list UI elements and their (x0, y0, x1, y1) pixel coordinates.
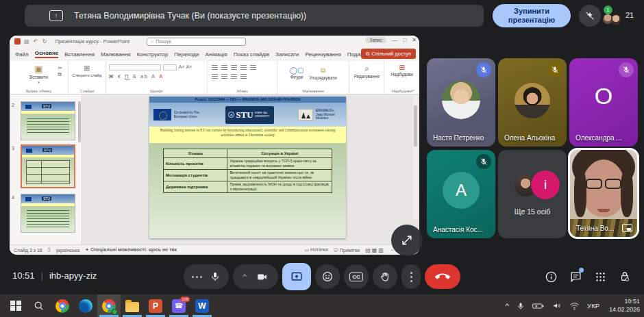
cut-copy-icons[interactable]: ✂⧉ (58, 65, 62, 78)
pip-icon[interactable] (622, 224, 632, 232)
more-icon (410, 272, 412, 282)
tray-mic-icon[interactable] (517, 301, 525, 311)
stop-presentation-button[interactable]: Зупинитипрезентацію (493, 4, 571, 27)
taskbar-file-explorer[interactable] (121, 294, 144, 317)
expand-presentation-button[interactable] (391, 225, 423, 256)
window-title: Презентація курсу - PowerPoint (55, 38, 129, 45)
tab-record[interactable]: Записати (275, 51, 299, 58)
editing-button[interactable]: ⌕ Редагування (349, 61, 384, 79)
tray-wifi-icon[interactable] (569, 302, 580, 310)
comments-button[interactable]: 🗩 Примітки (334, 248, 360, 253)
tile-anastasia[interactable]: A Анастасія Кос... (427, 150, 495, 238)
slide-indicator: Слайд 3 з 18 (14, 248, 42, 253)
tile-tetyana-self-video[interactable]: Тетяна Во... (568, 148, 639, 239)
tab-slideshow[interactable]: Показ слайдів (234, 51, 269, 58)
mic-options-icon[interactable] (192, 276, 202, 278)
quick-access-toolbar[interactable]: ▤ ↶ ↻ (24, 38, 48, 45)
tile-nastya[interactable]: Настя Петренко (427, 58, 495, 147)
ribbon-group-drawing: ◯▢ Фігури ⧉ Упорядкувати Малювання (277, 61, 350, 94)
table-row: Державна підтримка Пряма зацікавленість … (164, 181, 332, 193)
effects-off-button[interactable] (579, 5, 601, 27)
tab-review[interactable]: Рецензування (306, 51, 341, 58)
taskbar-viber[interactable]: ☎108 (167, 294, 190, 317)
more-options-button[interactable] (401, 264, 421, 289)
taskbar-powerpoint[interactable]: P (144, 294, 167, 317)
tray-speaker-icon[interactable] (552, 301, 562, 310)
tray-expand-chevron[interactable]: ^ (505, 302, 509, 309)
view-buttons[interactable]: ▤▦▥ (365, 247, 385, 253)
tab-home[interactable]: Основне (35, 50, 59, 58)
tab-file[interactable]: Файл (15, 51, 29, 58)
presenter-label: Тетяна Володимирівна Тучак (Ви (показуєт… (74, 11, 306, 21)
present-button-active[interactable] (282, 263, 311, 290)
tab-transitions[interactable]: Переходи (174, 51, 199, 58)
tile-oleksandra[interactable]: O Олександра ... (569, 58, 638, 147)
tab-draw[interactable]: Малювання (101, 51, 131, 58)
jean-monnet-logo (298, 109, 313, 121)
new-slide-icon: ⊞ (84, 64, 90, 73)
camera-options-icon[interactable]: ^ (243, 273, 247, 280)
minimize-button[interactable]: — (392, 37, 397, 43)
new-slide-button[interactable]: ⊞ Створити слайд (69, 61, 106, 77)
tab-animations[interactable]: Анімація (206, 51, 227, 58)
end-call-button[interactable] (425, 264, 460, 289)
tile-olena[interactable]: Олена Альохіна (498, 58, 567, 147)
tile-more-people[interactable]: i Ще 15 осіб (498, 150, 567, 238)
language-indicator[interactable]: УКР (587, 302, 599, 309)
font-name-box[interactable] (109, 64, 161, 71)
slide-editing-area[interactable]: Project: 101125984 — TIEU — ERASMUS-JMO-… (82, 94, 419, 244)
camera-button[interactable]: ^ (233, 264, 278, 289)
ribbon-group-editing: ⌕ Редагування (349, 61, 384, 94)
mic-off-icon (476, 62, 491, 77)
list-buttons[interactable] (208, 61, 277, 71)
taskbar-chrome[interactable] (51, 294, 74, 317)
reactions-button[interactable] (315, 264, 340, 289)
raise-hand-button[interactable] (373, 264, 397, 289)
captions-button[interactable]: CC (344, 264, 369, 289)
arrange-button[interactable]: ⧉ Упорядкувати (309, 64, 336, 80)
eu-flag-logo (153, 109, 171, 121)
tab-design[interactable]: Конструктор (137, 51, 169, 58)
participants-button[interactable]: 1 21 (602, 5, 641, 26)
thumbnail-slide-3-selected[interactable]: 3 (21, 144, 75, 188)
thumbnail-slide-2[interactable]: 2 (21, 101, 75, 140)
shapes-button[interactable]: ◯▢ Фігури (290, 64, 304, 80)
maximize-button[interactable]: □ (403, 37, 406, 43)
language-indicator[interactable]: українська (56, 248, 79, 253)
font-style-buttons[interactable]: Ж К П S ab А́ А (106, 71, 208, 79)
share-icon: ⧉ (366, 51, 369, 58)
thumbnail-scrollbar[interactable] (78, 101, 81, 142)
taskbar-search-button[interactable] (27, 294, 51, 317)
folder-icon (125, 302, 139, 312)
host-controls-button[interactable] (617, 269, 632, 284)
meeting-info: 10:51 | ihb-apyy-ziz (12, 270, 97, 281)
start-button[interactable] (4, 294, 27, 317)
share-button[interactable]: ⧉ Спільний доступ (361, 49, 416, 59)
meet-panel-buttons (543, 269, 632, 284)
tray-clock[interactable]: 10:5114.02.2026 (607, 298, 643, 314)
tab-insert[interactable]: Вставлення (64, 51, 95, 58)
taskbar-chrome-active[interactable] (97, 294, 121, 317)
record-button[interactable]: Запис (365, 37, 387, 43)
table-row: Кількість проєктів Україна традиційно вх… (164, 158, 332, 170)
align-buttons[interactable] (208, 71, 277, 79)
collapse-ribbon-chevron[interactable]: ⌄ (411, 87, 415, 92)
initial-letter: O (569, 83, 638, 110)
info-button[interactable] (543, 269, 558, 284)
taskbar-word[interactable]: W (190, 294, 214, 317)
tray-battery-icon[interactable] (532, 302, 544, 310)
ribbon-group-clipboard: ▣ Вставити ▾ ✂⧉ Буфер обміну (10, 61, 69, 94)
activities-button[interactable] (593, 269, 608, 284)
close-button[interactable]: ✕ (412, 37, 417, 43)
mic-button[interactable] (184, 264, 229, 289)
taskbar-edge[interactable] (74, 294, 97, 317)
notes-button[interactable]: ▭ Нотатки (304, 247, 327, 253)
thumbnail-slide-4[interactable]: 4 (21, 194, 75, 233)
font-size-box[interactable] (163, 64, 177, 71)
accessibility-status[interactable]: ✦ Спеціальні можливості: щось не так (85, 247, 177, 253)
stu-logo: ✶ STU STATE TAX UNIVERSITY (225, 106, 273, 124)
chat-button[interactable] (568, 269, 583, 284)
editor-scrollbar[interactable] (413, 96, 418, 219)
ppt-search-input[interactable]: ⌕ Пошук (147, 38, 246, 46)
addins-button[interactable]: ⊞ Надбудови (384, 61, 419, 77)
